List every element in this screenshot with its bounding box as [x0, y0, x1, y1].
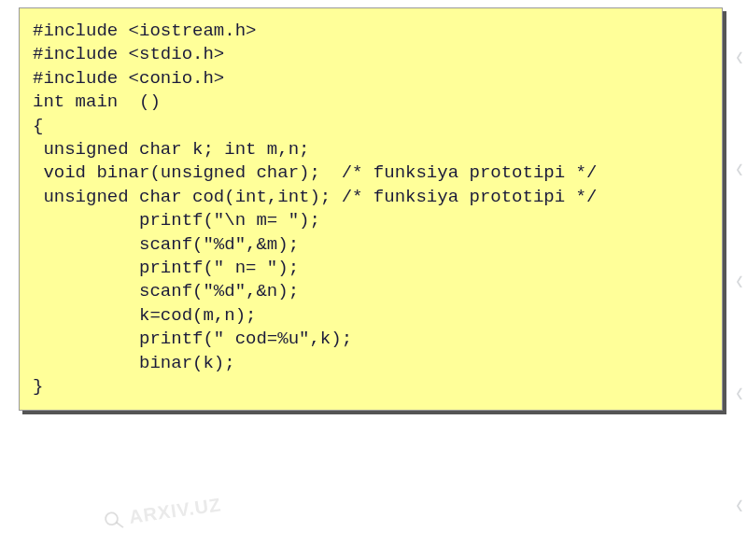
- chevron-left-icon: ‹: [736, 39, 742, 73]
- code-line: binar(k);: [33, 353, 235, 373]
- code-content: #include <iostream.h> #include <stdio.h>…: [33, 20, 709, 399]
- watermark-icon: ARXIV.UZ: [102, 494, 222, 532]
- code-line: unsigned char k; int m,n;: [33, 139, 309, 160]
- code-line: {: [33, 116, 43, 136]
- code-line: void binar(unsigned char); /* funksiya p…: [33, 162, 597, 183]
- code-line: scanf("%d",&m);: [33, 234, 299, 255]
- chevron-left-icon: ‹: [736, 487, 742, 521]
- code-line: printf(" n= ");: [33, 258, 299, 278]
- watermark-text: ARXIV.UZ: [128, 494, 223, 528]
- svg-point-6: [105, 511, 118, 525]
- code-line: }: [33, 376, 43, 397]
- chevron-left-icon: ‹: [736, 151, 742, 185]
- chevron-left-icon: ‹: [736, 375, 742, 409]
- code-line: printf("\n m= ");: [33, 210, 320, 231]
- code-line: k=cod(m,n);: [33, 305, 256, 326]
- code-line: scanf("%d",&n);: [33, 281, 299, 301]
- chevron-left-icon: ‹: [736, 263, 742, 297]
- svg-line-7: [117, 521, 123, 527]
- code-line: printf(" cod=%u",k);: [33, 329, 352, 349]
- code-box: #include <iostream.h> #include <stdio.h>…: [19, 7, 723, 411]
- code-line: unsigned char cod(int,int); /* funksiya …: [33, 187, 597, 207]
- code-line: #include <conio.h>: [33, 68, 224, 89]
- code-line: #include <stdio.h>: [33, 44, 224, 64]
- code-line: int main (): [33, 91, 161, 112]
- right-edge-decor: ‹ ‹ ‹ ‹ ‹: [732, 0, 747, 560]
- code-line: #include <iostream.h>: [33, 21, 256, 41]
